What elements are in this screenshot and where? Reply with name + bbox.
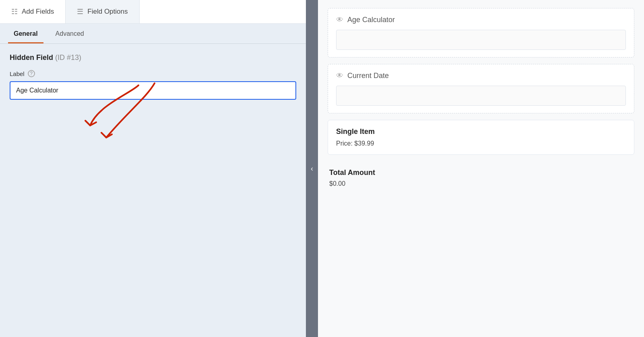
current-date-input-preview [336,86,626,106]
single-item-title: Single Item [336,127,626,136]
label-row: Label ? [10,70,296,77]
panel-divider[interactable]: ‹ [306,0,318,337]
total-amount-value: $0.00 [329,180,633,187]
current-date-eye-icon: 👁 [336,72,343,80]
add-fields-icon: ☷ [11,7,18,16]
field-id: (ID #13) [55,53,81,62]
field-content: Hidden Field (ID #13) Label ? [0,44,306,337]
total-amount-title: Total Amount [329,168,633,177]
label-input[interactable] [10,81,296,100]
tab-add-fields[interactable]: ☷ Add Fields [0,0,66,23]
field-name: Hidden Field [10,53,53,62]
age-calculator-card: 👁 Age Calculator [328,8,634,58]
annotation-container [10,81,296,100]
current-date-card: 👁 Current Date [328,64,634,113]
general-tab-label: General [14,30,38,37]
advanced-tab-label: Advanced [56,30,84,37]
age-calculator-title-row: 👁 Age Calculator [336,16,626,24]
current-date-title-row: 👁 Current Date [336,72,626,80]
sub-tabs: General Advanced [0,24,306,44]
tab-field-options[interactable]: ☰ Field Options [66,0,139,23]
total-amount-section: Total Amount $0.00 [328,161,634,195]
field-title: Hidden Field (ID #13) [10,53,296,62]
top-tabs: ☷ Add Fields ☰ Field Options [0,0,306,24]
sub-tab-general[interactable]: General [8,24,43,43]
age-calculator-title: Age Calculator [347,16,395,24]
single-item-card: Single Item Price: $39.99 [328,120,634,155]
right-panel: 👁 Age Calculator 👁 Current Date Single I… [318,0,644,337]
left-panel: ☷ Add Fields ☰ Field Options General Adv… [0,0,306,337]
sub-tab-advanced[interactable]: Advanced [50,24,90,43]
add-fields-label: Add Fields [22,8,54,16]
help-icon[interactable]: ? [28,70,35,77]
chevron-left-icon: ‹ [311,164,313,173]
single-item-price: Price: $39.99 [336,140,626,147]
label-text: Label [10,70,25,77]
age-calculator-input-preview [336,30,626,50]
field-options-label: Field Options [87,8,128,16]
current-date-title: Current Date [347,72,389,80]
age-calculator-eye-icon: 👁 [336,16,343,24]
field-options-icon: ☰ [77,7,83,16]
